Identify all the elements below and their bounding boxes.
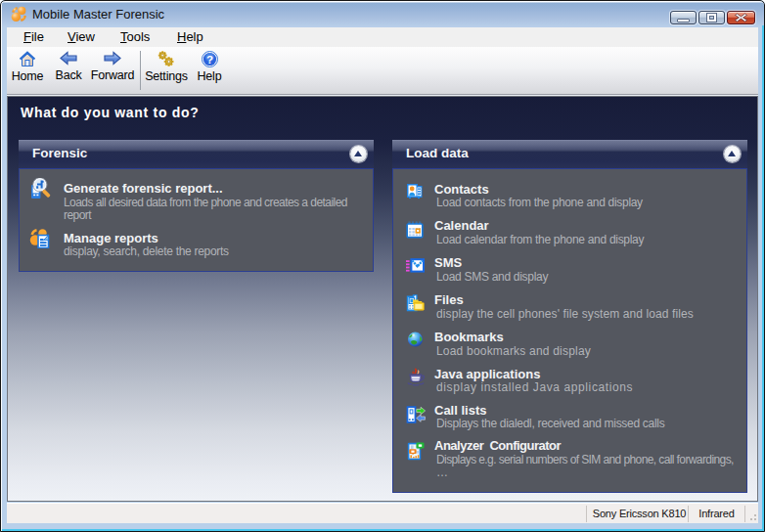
svg-text:?: ?	[206, 54, 213, 66]
